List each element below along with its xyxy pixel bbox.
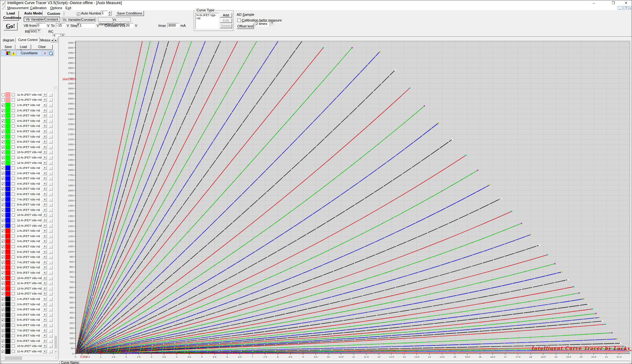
- color-cell[interactable]: [5, 124, 11, 129]
- resize-grip[interactable]: [629, 361, 632, 364]
- emphasize-checkbox[interactable]: [11, 328, 16, 333]
- jump-to-data-button[interactable]: ..: [49, 224, 53, 228]
- jump-to-data-button[interactable]: ..: [49, 307, 53, 311]
- color-cell[interactable]: [5, 150, 11, 155]
- erase-curve-button[interactable]: X: [43, 98, 47, 102]
- emphasize-checkbox[interactable]: [11, 234, 16, 239]
- color-cell[interactable]: [5, 239, 11, 244]
- color-cell[interactable]: [5, 165, 11, 170]
- show-hide-checkbox[interactable]: ✓: [1, 239, 5, 244]
- jump-to-data-button[interactable]: ..: [49, 239, 53, 243]
- curve-name-cell[interactable]: 3-N-JFET Vds->Id: [16, 176, 42, 181]
- jump-to-data-button[interactable]: ..: [49, 344, 53, 348]
- color-cell[interactable]: [5, 344, 11, 349]
- emphasize-checkbox[interactable]: [11, 338, 16, 343]
- curve-type-item[interactable]: %-N-JFET Vgs->Id: [196, 14, 216, 20]
- jump-to-data-button[interactable]: ..: [49, 176, 53, 180]
- erase-curve-button[interactable]: X: [43, 192, 47, 196]
- color-cell[interactable]: [5, 192, 11, 197]
- erase-curve-button[interactable]: X: [43, 166, 47, 170]
- erase-curve-button[interactable]: X: [43, 281, 47, 285]
- show-hide-checkbox[interactable]: ✓: [1, 270, 5, 275]
- curve-name-cell[interactable]: 11-N-JFET Vds->Id: [16, 155, 42, 160]
- vb-from-input[interactable]: 0: [36, 23, 46, 28]
- curve-name-cell[interactable]: 2-N-JFET Vds->Id: [16, 302, 42, 307]
- delete-button[interactable]: Delete: [220, 24, 232, 28]
- emphasize-checkbox[interactable]: [11, 108, 16, 113]
- erase-curve-button[interactable]: X: [43, 176, 47, 180]
- curve-name-cell[interactable]: 10-N-JFET Vds->Id: [16, 344, 42, 349]
- emphasize-checkbox[interactable]: [11, 218, 16, 223]
- color-cell[interactable]: [5, 202, 11, 207]
- show-hide-checkbox[interactable]: ✓: [1, 265, 5, 270]
- jump-to-data-button[interactable]: ..: [49, 145, 53, 149]
- jump-to-data-button[interactable]: ..: [49, 119, 53, 123]
- show-hide-checkbox[interactable]: ✓: [1, 254, 5, 260]
- jump-to-data-button[interactable]: ..: [49, 297, 53, 301]
- color-cell[interactable]: [5, 333, 11, 338]
- spin-down-icon[interactable]: ▼: [108, 13, 112, 16]
- color-cell[interactable]: [5, 307, 11, 312]
- color-column-header[interactable]: [6, 51, 11, 56]
- emphasize-checkbox[interactable]: [11, 260, 16, 265]
- erase-curve-button[interactable]: X: [43, 302, 47, 306]
- show-hide-checkbox[interactable]: ✓: [1, 260, 5, 265]
- emphasize-checkbox[interactable]: [11, 244, 16, 249]
- curve-name-cell[interactable]: 3-N-JFET Vds->Id: [16, 113, 42, 118]
- curve-name-cell[interactable]: 2-N-JFET Vds->Id: [16, 171, 42, 176]
- jump-to-data-button[interactable]: ..: [49, 250, 53, 254]
- scroll-thumb[interactable]: [5, 356, 22, 360]
- color-cell[interactable]: [5, 134, 11, 139]
- emphasize-checkbox[interactable]: [11, 333, 16, 338]
- jump-to-data-button[interactable]: ..: [49, 140, 53, 144]
- show-hide-checkbox[interactable]: ✓: [1, 228, 5, 233]
- erase-curve-button[interactable]: X: [43, 349, 47, 353]
- tab-custom-mode[interactable]: Custom Mode: [43, 11, 64, 16]
- color-cell[interactable]: [5, 234, 11, 239]
- show-hide-checkbox[interactable]: ✓: [1, 244, 5, 249]
- emphasize-checkbox[interactable]: [11, 318, 16, 323]
- curve-name-cell[interactable]: 11-N-JFET Vds->Id: [16, 92, 42, 97]
- minimize-button[interactable]: –: [589, 0, 599, 6]
- jump-to-data-button[interactable]: ..: [49, 182, 53, 186]
- tab-auto-mode[interactable]: Auto Mode: [24, 10, 43, 16]
- emphasize-checkbox[interactable]: [11, 113, 16, 118]
- jump-to-data-button[interactable]: ..: [49, 187, 53, 191]
- emphasize-checkbox[interactable]: [11, 187, 16, 192]
- emphasize-checkbox[interactable]: [11, 307, 16, 312]
- curve-name-cell[interactable]: 8-N-JFET Vds->Id: [16, 333, 42, 338]
- show-hide-checkbox[interactable]: ✓: [1, 281, 5, 286]
- jump-to-data-button[interactable]: ..: [49, 260, 53, 264]
- show-hide-checkbox[interactable]: ✓: [1, 207, 5, 212]
- show-hide-checkbox[interactable]: ✓: [1, 333, 5, 338]
- erase-curve-button[interactable]: X: [43, 198, 47, 201]
- jump-to-data-button[interactable]: ..: [49, 161, 53, 165]
- vertical-scrollbar[interactable]: ^ v: [54, 86, 58, 354]
- color-cell[interactable]: [5, 249, 11, 254]
- show-hide-checkbox[interactable]: ✓: [1, 349, 5, 354]
- erase-curve-button[interactable]: X: [43, 287, 47, 290]
- jump-to-data-button[interactable]: ..: [49, 318, 53, 322]
- curve-name-cell[interactable]: 8-N-JFET Vds->Id: [16, 139, 42, 144]
- curve-name-cell[interactable]: 12-N-JFET Vds->Id: [16, 160, 42, 165]
- erase-curve-button[interactable]: X: [43, 161, 47, 165]
- emphasize-checkbox[interactable]: [11, 281, 16, 286]
- emphasize-checkbox[interactable]: [11, 239, 16, 244]
- jump-to-data-button[interactable]: ..: [49, 103, 53, 107]
- tab-diagram[interactable]: diagram: [1, 38, 16, 43]
- show-hide-checkbox[interactable]: ✓: [1, 145, 5, 150]
- curve-name-cell[interactable]: 1-N-JFET Vds->Id: [16, 103, 42, 108]
- rb-combobox[interactable]: 500 ▼: [29, 29, 41, 34]
- color-cell[interactable]: [5, 228, 11, 233]
- color-cell[interactable]: [5, 349, 11, 354]
- color-cell[interactable]: [5, 155, 11, 160]
- jump-to-data-button[interactable]: ..: [49, 156, 53, 159]
- jump-to-data-button[interactable]: ..: [49, 109, 53, 112]
- jump-to-data-button[interactable]: ..: [49, 208, 53, 212]
- jump-to-data-button[interactable]: ..: [49, 114, 53, 117]
- color-cell[interactable]: [5, 260, 11, 265]
- color-cell[interactable]: [5, 139, 11, 144]
- color-cell[interactable]: [5, 187, 11, 192]
- save-conditions-button[interactable]: Save Conditions: [115, 11, 144, 16]
- jump-to-data-button[interactable]: ..: [49, 339, 53, 343]
